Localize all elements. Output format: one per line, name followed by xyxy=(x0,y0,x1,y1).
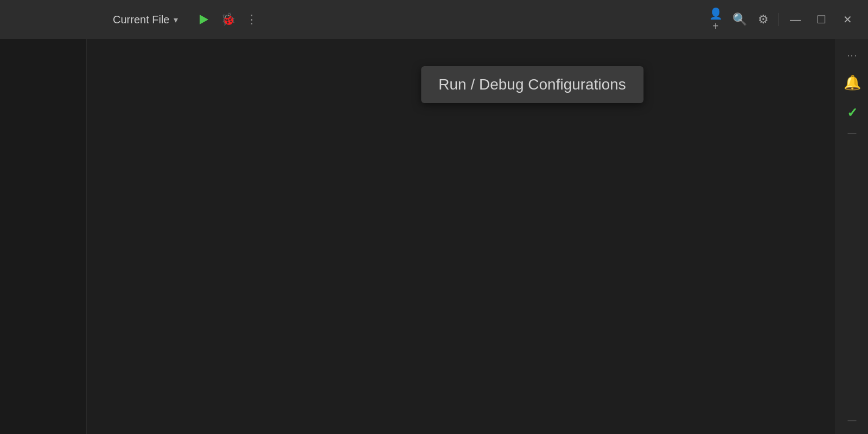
current-file-selector[interactable]: Current File ▾ xyxy=(106,10,184,29)
more-options-button[interactable]: ⋮ xyxy=(241,9,263,30)
right-sidebar: ⋮ 🔔 ✓ — — xyxy=(835,39,868,434)
check-icon: ✓ xyxy=(847,105,858,120)
run-debug-tooltip: Run / Debug Configurations xyxy=(421,66,643,103)
check-button[interactable]: ✓ xyxy=(840,101,864,125)
titlebar-left-group: Current File ▾ 🐞 ⋮ xyxy=(106,9,263,30)
scroll-dash-icon: — xyxy=(848,416,857,425)
run-debug-tooltip-text: Run / Debug Configurations xyxy=(438,76,626,93)
notifications-button[interactable]: 🔔 xyxy=(840,71,864,94)
run-button[interactable] xyxy=(193,9,215,30)
dash-divider-icon: — xyxy=(848,128,857,138)
restore-icon: ☐ xyxy=(816,13,826,26)
bug-icon: 🐞 xyxy=(221,12,235,27)
three-dots-vertical-icon: ⋮ xyxy=(846,51,858,62)
settings-button[interactable]: ⚙ xyxy=(752,9,774,30)
chevron-down-icon: ▾ xyxy=(174,15,178,25)
titlebar-right-group: 👤+ 🔍 ⚙ — ☐ ✕ xyxy=(705,9,859,30)
play-icon xyxy=(200,15,208,24)
bell-icon: 🔔 xyxy=(844,74,861,91)
center-area: Run / Debug Configurations xyxy=(87,39,835,434)
titlebar-separator xyxy=(778,13,779,26)
left-panel xyxy=(0,39,87,434)
close-button[interactable]: ✕ xyxy=(835,9,859,30)
restore-button[interactable]: ☐ xyxy=(809,9,833,30)
minimize-icon: — xyxy=(790,14,801,26)
three-dots-icon: ⋮ xyxy=(246,12,258,27)
main-area: Run / Debug Configurations ⋮ 🔔 ✓ — — xyxy=(0,39,868,434)
titlebar: Current File ▾ 🐞 ⋮ 👤+ 🔍 ⚙ — xyxy=(0,0,868,39)
user-add-icon: 👤+ xyxy=(709,7,723,33)
close-icon: ✕ xyxy=(843,13,852,26)
sidebar-more-options-button[interactable]: ⋮ xyxy=(840,44,864,68)
right-sidebar-top: ⋮ 🔔 xyxy=(836,43,868,95)
search-icon: 🔍 xyxy=(732,12,747,27)
current-file-label: Current File xyxy=(113,14,169,26)
sidebar-status-area: ✓ — xyxy=(840,100,864,138)
search-button[interactable]: 🔍 xyxy=(729,9,750,30)
sidebar-scroll-indicator: — xyxy=(848,416,857,430)
debug-button[interactable]: 🐞 xyxy=(217,9,239,30)
gear-icon: ⚙ xyxy=(758,12,769,27)
user-add-button[interactable]: 👤+ xyxy=(705,9,726,30)
minimize-button[interactable]: — xyxy=(783,9,807,30)
run-debug-actions: 🐞 ⋮ xyxy=(193,9,263,30)
